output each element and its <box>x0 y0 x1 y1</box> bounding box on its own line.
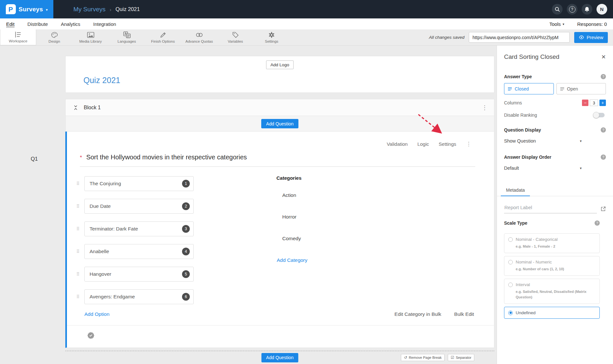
add-category-link[interactable]: Add Category <box>277 257 307 263</box>
toolbar-item-workspace[interactable]: Workspace <box>0 29 36 45</box>
closed-label: Closed <box>515 86 529 91</box>
toolbar-item-languages[interactable]: Languages <box>109 29 145 45</box>
responses-count[interactable]: Responses: 0 <box>577 21 607 27</box>
add-option-link[interactable]: Add Option <box>84 311 110 317</box>
toolbar-item-settings[interactable]: Settings <box>253 29 290 45</box>
block-header: Block 1 ⋮ <box>65 99 494 116</box>
add-logo-button[interactable]: Add Logo <box>266 60 294 69</box>
chevron-down-icon: ▾ <box>563 22 564 26</box>
option-card[interactable]: Due Date 2 <box>84 199 194 214</box>
tab-analytics[interactable]: Analytics <box>61 21 80 27</box>
panel-header: Card Sorting Closed ✕ <box>504 53 606 60</box>
variables-tag-icon <box>232 32 239 38</box>
preview-label: Preview <box>586 35 603 40</box>
help-circle-icon[interactable]: ? <box>601 155 606 160</box>
scale-option-nominal-numeric[interactable]: Nominal - Numeric e.g. Number of cars (1… <box>504 256 600 276</box>
question-footer-divider <box>67 325 494 326</box>
report-label-input[interactable] <box>504 205 597 213</box>
help-circle-icon[interactable]: ? <box>595 220 600 226</box>
product-switcher[interactable]: P Surveys ▾ <box>0 0 53 18</box>
tools-label: Tools <box>549 21 561 27</box>
search-icon[interactable] <box>552 4 563 15</box>
question-display-select[interactable]: Show Question ▾ <box>504 138 582 144</box>
tools-menu[interactable]: Tools ▾ <box>549 21 564 27</box>
scale-option-undefined[interactable]: Undefined <box>504 307 600 319</box>
answer-display-order-select[interactable]: Default ▾ <box>504 166 582 171</box>
remove-page-break-label: Remove Page Break <box>409 356 442 359</box>
scale-type-options: Nominal - Categorical e.g. Male - 1, Fem… <box>504 233 606 319</box>
toolbar-item-finish-options[interactable]: Finish Options <box>145 29 181 45</box>
help-circle-icon[interactable]: ? <box>601 74 606 79</box>
category-item[interactable]: Comedy <box>282 236 380 241</box>
remove-page-break-button[interactable]: ↺ Remove Page Break <box>401 354 445 361</box>
design-palette-icon <box>51 32 58 38</box>
help-icon[interactable]: ? <box>567 4 577 15</box>
answer-type-closed-button[interactable]: Closed <box>504 83 554 94</box>
scale-option-nominal-categorical[interactable]: Nominal - Categorical e.g. Male - 1, Fem… <box>504 233 600 253</box>
columns-value[interactable]: 3 <box>590 100 598 106</box>
drag-handle-icon[interactable]: ⠿ <box>76 226 84 231</box>
drag-handle-icon[interactable]: ⠿ <box>76 272 84 277</box>
add-question-button-bottom[interactable]: Add Question <box>261 353 298 362</box>
validation-link[interactable]: Validation <box>387 141 408 147</box>
section-nav: Edit Distribute Analytics Integration To… <box>0 18 613 29</box>
advance-quotas-icon <box>195 32 203 38</box>
toolbar-item-media-library[interactable]: Media Library <box>72 29 109 45</box>
answer-display-order-header: Answer Display Order ? <box>504 155 606 160</box>
collapse-block-icon[interactable] <box>73 105 78 110</box>
required-seal-icon[interactable] <box>87 332 95 341</box>
toolbar-item-variables[interactable]: Variables <box>217 29 253 45</box>
close-panel-icon[interactable]: ✕ <box>601 54 606 60</box>
block-kebab-menu-icon[interactable]: ⋮ <box>482 104 488 111</box>
answer-type-open-button[interactable]: Open <box>556 83 606 94</box>
radio-icon[interactable] <box>508 260 513 264</box>
block-name[interactable]: Block 1 <box>84 105 101 111</box>
disable-ranking-toggle[interactable] <box>594 113 605 117</box>
tab-integration[interactable]: Integration <box>93 21 116 27</box>
tab-distribute[interactable]: Distribute <box>27 21 48 27</box>
toolbar-item-design[interactable]: Design <box>36 29 72 45</box>
toolbar-item-advance-quotas[interactable]: Advance Quotas <box>181 29 217 45</box>
help-circle-icon[interactable]: ? <box>601 127 606 133</box>
scale-option-interval[interactable]: Interval e.g. Satisfied, Neutral, Dissat… <box>504 279 600 304</box>
scale-option-example: e.g. Male - 1, Female - 2 <box>516 244 596 249</box>
drag-handle-icon[interactable]: ⠿ <box>76 249 84 254</box>
tab-edit[interactable]: Edit <box>6 21 15 27</box>
option-card[interactable]: Hangover 5 <box>84 267 194 282</box>
option-card[interactable]: The Conjuring 1 <box>84 176 194 191</box>
notifications-bell-icon[interactable] <box>582 4 592 15</box>
bulk-edit-link[interactable]: Bulk Edit <box>454 311 474 317</box>
logic-link[interactable]: Logic <box>417 141 429 147</box>
external-link-icon[interactable] <box>601 206 606 211</box>
settings-link[interactable]: Settings <box>439 141 456 147</box>
question-card: Validation Logic Settings ⋮ * Sort the H… <box>65 132 494 348</box>
separator-label: Separator <box>456 356 471 359</box>
preview-button[interactable]: Preview <box>574 32 608 43</box>
survey-title[interactable]: Quiz 2021 <box>83 76 120 85</box>
separator-button[interactable]: ☑ Separator <box>448 354 474 361</box>
scale-option-name: Nominal - Numeric <box>516 260 552 264</box>
question-kebab-menu-icon[interactable]: ⋮ <box>466 141 471 147</box>
radio-icon[interactable] <box>508 237 513 242</box>
increment-button[interactable]: + <box>599 100 606 106</box>
drag-handle-icon[interactable]: ⠿ <box>76 181 84 186</box>
option-card[interactable]: Terminator: Dark Fate 3 <box>84 221 194 236</box>
category-item[interactable]: Action <box>282 192 380 198</box>
drag-handle-icon[interactable]: ⠿ <box>76 294 84 299</box>
option-card[interactable]: Anabelle 4 <box>84 244 194 259</box>
editor-toolbar: Workspace Design Media Library Languages… <box>0 29 613 46</box>
drag-handle-icon[interactable]: ⠿ <box>76 204 84 209</box>
survey-url-input[interactable] <box>469 32 570 43</box>
add-question-button-top[interactable]: Add Question <box>261 119 298 128</box>
decrement-button[interactable]: − <box>582 100 588 106</box>
user-avatar[interactable]: N <box>597 4 607 15</box>
category-item[interactable]: Horror <box>282 214 380 220</box>
radio-icon[interactable] <box>508 283 513 287</box>
option-card[interactable]: Avengers: Endgame 6 <box>84 289 194 304</box>
question-text[interactable]: Sort the Hollywood movies in their respe… <box>86 154 247 161</box>
breadcrumb-my-surveys[interactable]: My Surveys <box>73 6 105 13</box>
edit-category-in-bulk-link[interactable]: Edit Category in Bulk <box>394 311 441 317</box>
tab-metadata[interactable]: Metadata <box>501 184 530 196</box>
toggle-knob <box>593 112 599 118</box>
radio-selected-icon[interactable] <box>508 311 513 315</box>
